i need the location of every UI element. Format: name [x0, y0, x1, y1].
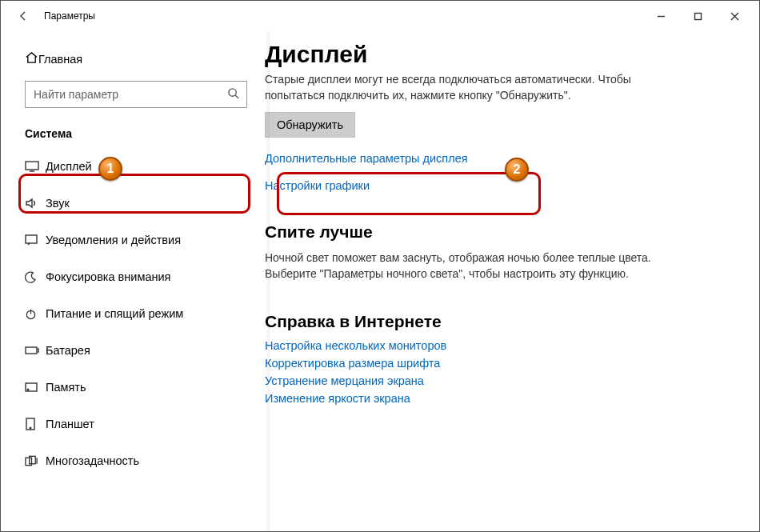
sidebar-item-label: Многозадачность	[46, 454, 139, 467]
help-link-brightness[interactable]: Изменение яркости экрана	[265, 392, 743, 405]
power-icon	[25, 308, 46, 320]
monitor-icon	[25, 161, 46, 172]
minimize-button[interactable]	[642, 3, 679, 29]
detect-description: Старые дисплеи могут не всегда подключат…	[265, 71, 681, 104]
sidebar-item-battery[interactable]: Батарея	[1, 332, 265, 369]
close-button[interactable]	[716, 3, 753, 29]
sidebar-item-label: Планшет	[46, 418, 94, 430]
sleep-description: Ночной свет поможет вам заснуть, отображ…	[265, 250, 681, 282]
sidebar-item-display[interactable]: Дисплей	[1, 148, 265, 185]
graphics-settings-link[interactable]: Настройки графики	[265, 179, 743, 192]
home-label: Главная	[38, 53, 82, 66]
svg-rect-0	[694, 13, 701, 19]
tablet-icon	[25, 418, 46, 430]
sidebar-item-sound[interactable]: Звук	[1, 185, 265, 222]
search-wrap	[25, 81, 247, 108]
sidebar-item-label: Звук	[46, 197, 70, 210]
sidebar-item-label: Дисплей	[46, 160, 92, 173]
svg-rect-2	[26, 162, 38, 170]
moon-icon	[25, 271, 46, 283]
titlebar: Параметры	[1, 1, 759, 31]
sidebar-item-multitask[interactable]: Многозадачность	[1, 442, 265, 479]
annotation-badge-2: 2	[505, 158, 529, 182]
help-link-flicker[interactable]: Устранение мерцания экрана	[265, 374, 743, 387]
help-heading: Справка в Интернете	[265, 312, 743, 331]
group-title: Система	[1, 114, 265, 148]
svg-point-7	[27, 389, 29, 390]
content-pane: Дисплей Старые дисплеи могут не всегда п…	[265, 31, 759, 531]
back-button[interactable]	[9, 2, 38, 30]
svg-point-9	[30, 427, 31, 429]
sidebar-item-storage[interactable]: Память	[1, 369, 265, 406]
sidebar-item-focus[interactable]: Фокусировка внимания	[1, 258, 265, 295]
advanced-display-link[interactable]: Дополнительные параметры дисплея	[265, 152, 743, 165]
sidebar-item-label: Батарея	[46, 344, 90, 357]
notification-icon	[25, 234, 46, 246]
multitask-icon	[25, 455, 46, 466]
battery-icon	[25, 346, 46, 355]
help-link-monitors[interactable]: Настройка нескольких мониторов	[265, 339, 743, 352]
detect-button[interactable]: Обнаружить	[265, 112, 355, 138]
maximize-button[interactable]	[679, 3, 716, 29]
search-input[interactable]	[25, 81, 247, 108]
sidebar-item-label: Фокусировка внимания	[46, 270, 170, 283]
annotation-badge-1: 1	[98, 157, 122, 181]
window-title: Параметры	[44, 10, 95, 22]
sidebar-item-label: Уведомления и действия	[46, 234, 181, 246]
svg-rect-5	[26, 347, 37, 354]
sidebar-item-power[interactable]: Питание и спящий режим	[1, 295, 265, 332]
home-icon	[25, 51, 38, 67]
sidebar: Главная Система Дисплей Звук	[1, 31, 265, 531]
svg-point-1	[229, 89, 236, 96]
sidebar-item-label: Память	[46, 381, 86, 394]
svg-rect-3	[26, 235, 37, 243]
home-nav[interactable]: Главная	[1, 42, 265, 76]
sidebar-item-label: Питание и спящий режим	[46, 307, 183, 320]
speaker-icon	[25, 197, 46, 210]
help-link-fontsize[interactable]: Корректировка размера шрифта	[265, 357, 743, 370]
sidebar-item-tablet[interactable]: Планшет	[1, 406, 265, 442]
sidebar-item-notifications[interactable]: Уведомления и действия	[1, 222, 265, 258]
search-icon	[227, 87, 239, 102]
storage-icon	[25, 382, 46, 392]
sleep-heading: Спите лучше	[265, 222, 743, 242]
page-title: Дисплей	[265, 41, 743, 68]
